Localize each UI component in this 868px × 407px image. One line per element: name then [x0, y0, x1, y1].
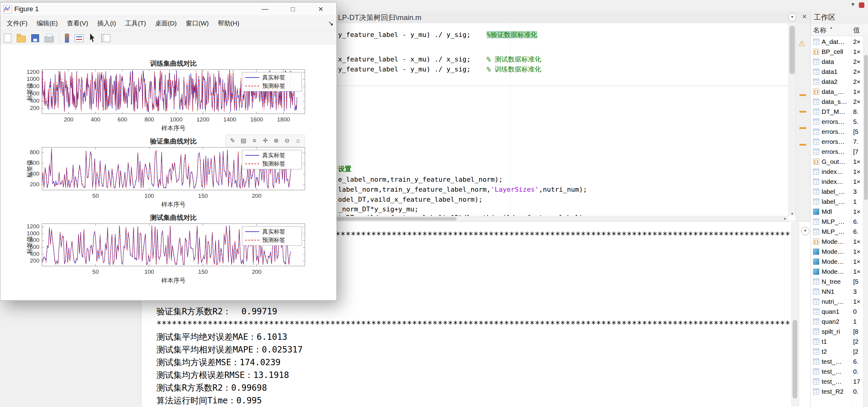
workspace-row[interactable]: errors…5. — [811, 116, 864, 127]
legend[interactable]: 真实标签预测标签 — [242, 226, 302, 246]
workspace-row[interactable]: data2× — [811, 57, 864, 67]
figure-menu-item[interactable]: 工具(T) — [121, 16, 151, 31]
workspace-row[interactable]: test_R20. — [811, 386, 864, 397]
print-icon[interactable] — [44, 36, 54, 42]
workspace-row[interactable]: quan21 — [811, 316, 864, 327]
workspace-row[interactable]: index…1× — [811, 176, 864, 186]
figure-menu-item[interactable]: 查看(V) — [62, 16, 93, 31]
workspace-row[interactable]: test_…17 — [811, 376, 864, 386]
workspace-row[interactable]: errors…7. — [811, 137, 864, 146]
editor-collapse-icon[interactable]: ▼ — [788, 13, 797, 22]
figure-menu-bar: 文件(F)编辑(E)查看(V)插入(I)工具(T)桌面(D)窗口(W)帮助(H)… — [0, 16, 337, 31]
workspace-row[interactable]: {}BP_cell1× — [811, 47, 864, 57]
workspace-row[interactable]: N_tree[5 — [811, 276, 864, 286]
save-figure-icon[interactable] — [31, 34, 39, 42]
workspace-column-header[interactable]: 名称 ▲ 值 — [811, 25, 868, 36]
open-file-icon[interactable] — [17, 36, 26, 42]
pointer-icon[interactable] — [89, 34, 96, 43]
scrollbar-thumb[interactable] — [793, 320, 797, 399]
workspace-row[interactable]: quan10 — [811, 306, 864, 316]
figure-menu-item[interactable]: 窗口(W) — [181, 16, 213, 31]
figure-menu-item[interactable]: 插入(I) — [93, 16, 121, 31]
x-tick-label: 1200 — [191, 116, 215, 123]
insert-legend-icon[interactable] — [74, 34, 84, 42]
command-window-collapse-icon[interactable]: ▼ — [801, 227, 809, 235]
record-icon[interactable] — [859, 2, 864, 8]
legend-label: 预测标签 — [262, 82, 285, 90]
variable-value: [5 — [853, 128, 859, 135]
workspace-row[interactable]: NN13 — [811, 286, 864, 297]
y-tick-label: 800 — [21, 149, 39, 156]
editor-warning-mark[interactable] — [800, 111, 806, 113]
subplot-test: 测试集曲线对比标签值样本序号50100150200200400600800100… — [0, 205, 337, 284]
maximize-button[interactable]: □ — [280, 2, 306, 16]
workspace-row[interactable]: MLP_…6. — [811, 216, 864, 227]
warning-icon[interactable]: ⚠ — [799, 39, 805, 48]
workspace-row[interactable]: Mode…1× — [811, 267, 864, 276]
workspace-row[interactable]: errors…[7 — [811, 146, 864, 157]
zoom-out-icon[interactable]: ⊖ — [282, 136, 292, 145]
insert-colorbar-icon[interactable] — [65, 34, 69, 43]
workspace-row[interactable]: {}Mode…1× — [811, 237, 864, 246]
datatip-icon[interactable]: ▤ — [239, 136, 248, 145]
legend[interactable]: 真实标签预测标签 — [242, 150, 302, 169]
editor-tab-title[interactable]: LP-DT决策树回归\main.m — [338, 13, 422, 23]
workspace-row[interactable]: nutri_…1× — [811, 297, 864, 306]
editor-warning-mark[interactable] — [800, 127, 806, 129]
workspace-row[interactable]: DT_M…8. — [811, 107, 864, 116]
variable-value: 2× — [853, 98, 861, 105]
zoom-in-icon[interactable]: ⊕ — [271, 136, 281, 145]
subplot-train: 训练集曲线对比标签值样本序号20040060080010001200140016… — [0, 51, 337, 132]
scrollbar-thumb[interactable] — [864, 55, 868, 200]
workspace-row[interactable]: spilt_ri[8 — [811, 327, 864, 336]
workspace-row[interactable]: test_…6. — [811, 357, 864, 366]
workspace-row[interactable]: {}data_…1× — [811, 87, 864, 97]
editor-vertical-scrollbar[interactable]: ▼ — [788, 23, 796, 216]
new-figure-icon[interactable] — [4, 34, 11, 43]
workspace-row[interactable]: errors…[5 — [811, 127, 864, 137]
chevron-down-icon[interactable]: ▼ — [850, 2, 855, 7]
figure-menu-item[interactable]: 帮助(H) — [213, 16, 244, 31]
legend[interactable]: 真实标签预测标签 — [242, 72, 302, 92]
scroll-right-icon[interactable]: ► — [783, 216, 787, 222]
figure-menu-item[interactable]: 文件(F) — [2, 16, 32, 31]
workspace-row[interactable]: {}G_out…1× — [811, 157, 864, 167]
workspace-row[interactable]: MLP_…6. — [811, 227, 864, 237]
scroll-down-icon[interactable]: ▼ — [788, 212, 796, 216]
workspace-row[interactable]: t1[2 — [811, 336, 864, 346]
workspace-row[interactable]: A_dat…2× — [811, 37, 864, 47]
editor-close-icon[interactable]: × — [802, 12, 807, 21]
column-header-value[interactable]: 值 — [853, 25, 860, 36]
workspace-row[interactable]: label_…3 — [811, 186, 864, 197]
editor-warning-mark[interactable] — [800, 94, 806, 96]
command-window-scrollbar[interactable] — [791, 223, 799, 406]
legend-line-sample — [245, 240, 259, 240]
brush-icon[interactable]: ≡ — [249, 136, 259, 145]
workspace-row[interactable]: Mdl1× — [811, 206, 864, 216]
minimize-button[interactable]: — — [252, 2, 278, 16]
edit-plot-icon[interactable]: ✎ — [228, 136, 238, 145]
figure-title-bar[interactable]: Figure 1 — □ × — [0, 2, 337, 16]
scrollbar-thumb[interactable] — [789, 26, 795, 74]
column-header-name[interactable]: 名称 — [813, 25, 827, 36]
home-icon[interactable]: ⌂ — [293, 136, 303, 145]
pan-icon[interactable]: ✛ — [260, 136, 270, 145]
prop-editor-icon[interactable] — [101, 34, 111, 42]
sort-ascending-icon[interactable]: ▲ — [830, 26, 833, 29]
workspace-row[interactable]: test_…0. — [811, 366, 864, 376]
workspace-row[interactable]: Mode…1× — [811, 257, 864, 267]
figure-menu-item[interactable]: 桌面(D) — [150, 16, 181, 31]
close-button[interactable]: × — [307, 2, 334, 16]
workspace-row[interactable]: data22× — [811, 77, 864, 87]
editor-warning-mark[interactable] — [800, 144, 806, 146]
workspace-scrollbar[interactable] — [863, 37, 868, 407]
figure-menu-item[interactable]: 编辑(E) — [32, 16, 62, 31]
workspace-row[interactable]: Mode…1× — [811, 246, 864, 257]
workspace-row[interactable]: index…1× — [811, 167, 864, 176]
figure-window: Figure 1 — □ × 文件(F)编辑(E)查看(V)插入(I)工具(T)… — [0, 2, 337, 301]
workspace-row[interactable]: t2[2 — [811, 346, 864, 357]
dock-figure-icon[interactable]: ↘ — [328, 20, 334, 27]
workspace-row[interactable]: data12× — [811, 67, 864, 77]
workspace-row[interactable]: label_…1 — [811, 197, 864, 206]
workspace-row[interactable]: data_s…2× — [811, 97, 864, 107]
